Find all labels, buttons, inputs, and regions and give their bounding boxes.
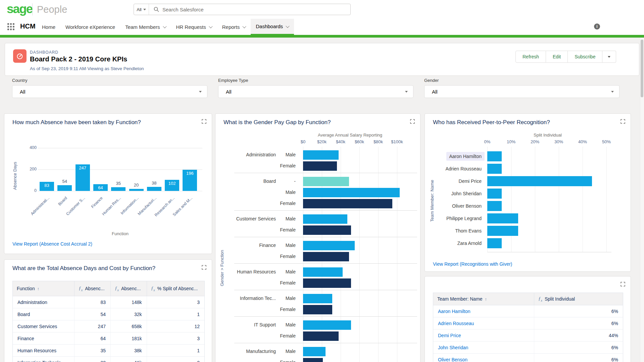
gridline [559,147,559,252]
view-report-link[interactable]: View Report (Recognitions with Giver) [433,261,512,267]
bar-board-[interactable] [303,177,349,186]
bar-board-female[interactable] [303,199,392,208]
row-value-cell: 658k [111,320,147,332]
bar-information[interactable] [129,189,144,191]
column-header--split-of-absenc-[interactable]: ƒx% Split of Absenc... [147,281,204,296]
bar-informationtec-male[interactable] [303,294,332,303]
bar-john-sheridan[interactable] [487,189,502,199]
category-label: Oliver Benson [425,201,485,211]
nav-tab-reports[interactable]: Reports [217,19,251,35]
row-value-cell: 148k [111,296,147,308]
row-label-cell[interactable]: John Sheridan [433,342,534,353]
bar-adrien-rousseau[interactable] [487,164,502,174]
bar-humanresources-female[interactable] [303,278,351,288]
function-label: Customer Services [219,216,276,221]
view-report-link[interactable]: View Report (Absence Cost Accrual 2) [12,241,92,247]
filter-combobox[interactable]: All [218,85,413,98]
nav-tab-team-members[interactable]: Team Members [120,19,171,35]
x-axis-label: Function [38,231,202,236]
row-value-cell: 54 [75,308,111,320]
search-input[interactable] [162,6,350,13]
column-header-team-member-name[interactable]: Team Member: Name↑ [433,293,534,305]
bar-manufacturi[interactable] [147,187,161,191]
expand-icon[interactable] [201,264,207,272]
column-label: Absenc... [85,286,104,291]
bar-humanres[interactable] [111,187,126,191]
scrollbar-thumb[interactable] [641,40,643,97]
app-launcher-icon[interactable] [7,23,14,30]
bar-finance-female[interactable] [303,252,349,261]
bar-zara-arnold[interactable] [487,238,502,248]
column-header-absenc-[interactable]: ƒxAbsenc... [111,281,147,296]
row-value-cell: 20 [75,357,111,362]
chevron-down-icon [286,24,289,28]
gender-label: Female [278,280,296,286]
subscribe-button[interactable]: Subscribe [568,51,602,63]
row-value-cell: 1 [147,308,204,320]
bar-itsupport-male[interactable] [303,320,351,330]
nav-tab-dashboards[interactable]: Dashboards [251,19,294,35]
more-actions-button[interactable] [602,51,616,63]
nav-tab-home[interactable]: Home [37,19,60,35]
group-separator [234,316,417,317]
bar-philippe-legrand[interactable] [487,213,518,223]
bar-board-male[interactable] [303,188,400,197]
bar-administration-male[interactable] [303,150,339,160]
table-row: Adrien Rousseau6% [433,317,623,329]
column-header-absenc-[interactable]: ƒxAbsenc... [75,281,111,296]
x-axis-category-label: Customer S... [52,196,86,230]
row-label-cell[interactable]: Adrien Rousseau [433,317,534,329]
column-header-split-individual[interactable]: ƒxSplit Individual [534,293,623,305]
search-scope-dropdown[interactable]: All [134,4,149,15]
gender-label: Male [278,322,296,327]
app-nav-bar: HCM HomeWorkforce eXperienceTeam Members… [0,19,644,35]
filter-combobox[interactable]: All [424,85,620,98]
nav-tab-hr-requests[interactable]: HR Requests [171,19,217,35]
gender-label: Female [278,227,296,232]
bar-humanresources-male[interactable] [303,267,343,277]
nav-tab-workforce-experience[interactable]: Workforce eXperience [60,19,120,35]
x-axis-category-label: Sales and M... [159,196,193,230]
bar-administration-female[interactable] [303,161,337,171]
x-axis-tick-label: 20% [527,139,543,144]
info-icon[interactable]: i [594,23,600,30]
x-axis-tick-label: 40% [574,139,591,144]
bar-demi-price[interactable] [487,176,592,186]
function-label: Human Resources [219,269,276,274]
gender-label: - [278,178,296,184]
bar-finance-male[interactable] [303,241,355,250]
column-header-function[interactable]: Function↑ [13,281,75,296]
bar-oliver-benson[interactable] [487,201,502,211]
filter-combobox[interactable]: All [12,85,207,98]
row-label-cell[interactable]: Aaron Hamilton [433,305,534,317]
bar-thom-evans[interactable] [487,226,518,236]
bar-manufacturing-male[interactable] [303,347,326,356]
y-axis-tick-label: 400 [24,145,37,150]
x-axis-category-label: Information... [105,196,140,230]
bar-customerservices-male[interactable] [303,214,347,224]
bar-aaron-hamilton[interactable] [487,151,502,161]
bar-itsupport-female[interactable] [303,331,339,341]
row-value-cell: 12 [147,320,204,332]
edit-button[interactable]: Edit [546,51,568,63]
table-row: Administration83148k3 [13,296,204,308]
expand-icon[interactable] [620,281,626,289]
row-value-cell: 247 [75,320,111,332]
expand-icon[interactable] [620,118,626,126]
row-value-cell: 6% [534,317,623,329]
y-axis-label: Absence Days [12,147,17,204]
row-value-cell: 6% [534,354,623,362]
absence-table: Function↑ƒxAbsenc...ƒxAbsenc...ƒx% Split… [12,281,205,362]
bar-board[interactable] [57,185,72,191]
bar-informationtec-female[interactable] [303,305,332,314]
bar-customerservices-female[interactable] [303,225,351,235]
row-label-cell[interactable]: Oliver Benson [433,354,534,362]
expand-icon[interactable] [201,118,207,126]
expand-icon[interactable] [409,118,415,126]
column-label: % Split of Absenc... [157,286,198,291]
filter-label: Employee Type [218,78,413,83]
y-axis-tick-label: 200 [24,167,37,171]
refresh-button[interactable]: Refresh [515,51,546,63]
row-label-cell[interactable]: Demi Price [433,329,534,341]
bar-manufacturing-female[interactable] [303,358,323,362]
